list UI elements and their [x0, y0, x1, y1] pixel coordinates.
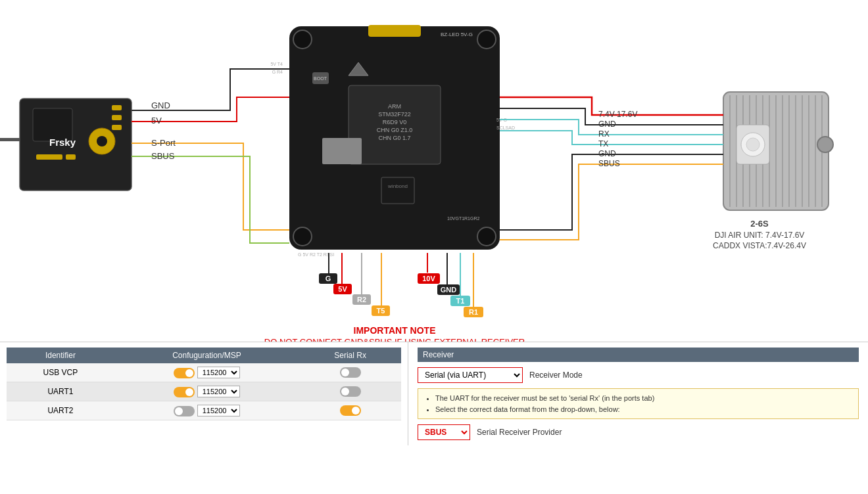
- row-identifier: UART1: [7, 382, 114, 401]
- receiver-mode-label: Receiver Mode: [529, 370, 583, 380]
- col-msp: Confuguration/MSP: [114, 348, 299, 363]
- svg-text:5V T4: 5V T4: [270, 62, 283, 66]
- svg-text:GND: GND: [598, 120, 616, 129]
- svg-text:CHN G0 Z1.0: CHN G0 Z1.0: [377, 127, 413, 133]
- msp-toggle[interactable]: [174, 406, 195, 416]
- receiver-section-label: Receiver: [423, 350, 454, 359]
- svg-text:5V: 5V: [151, 116, 162, 125]
- svg-text:CHN G0 1.7: CHN G0 1.7: [378, 135, 410, 141]
- svg-text:SBUS: SBUS: [151, 151, 175, 161]
- receiver-provider-label: Serial Receiver Provider: [477, 428, 562, 437]
- svg-rect-30: [112, 105, 122, 110]
- svg-rect-32: [112, 125, 122, 130]
- svg-text:DO NOT CONNECT GND&SBUS IF USI: DO NOT CONNECT GND&SBUS IF USING EXTERNA…: [264, 337, 525, 342]
- svg-rect-2: [368, 25, 421, 37]
- row-msp: 115200 57600 38400 19200 9600: [114, 363, 299, 382]
- msp-toggle[interactable]: [174, 387, 195, 397]
- msp-toggle[interactable]: [174, 368, 195, 378]
- svg-rect-33: [36, 154, 62, 160]
- svg-rect-13: [322, 138, 362, 164]
- receiver-mode-select[interactable]: Serial (via UART)PPMSPIMSP: [418, 367, 523, 383]
- ports-table: Identifier Confuguration/MSP Serial Rx U…: [7, 348, 401, 420]
- svg-rect-31: [112, 115, 122, 120]
- svg-text:5V: 5V: [338, 285, 347, 293]
- row-serial-rx: [299, 382, 401, 401]
- svg-text:T1: T1: [456, 297, 465, 305]
- svg-text:IMPORTANT NOTE: IMPORTANT NOTE: [354, 325, 436, 336]
- svg-text:R1: R1: [469, 308, 478, 316]
- svg-text:GND: GND: [151, 101, 170, 110]
- table-row: UART2 115200 57600 38400 19200 9600: [7, 401, 401, 420]
- svg-text:winbond: winbond: [387, 183, 408, 189]
- col-identifier: Identifier: [7, 348, 114, 363]
- svg-point-56: [817, 137, 833, 152]
- svg-rect-36: [0, 138, 20, 141]
- baud-select[interactable]: 115200 57600 38400 19200 9600: [197, 386, 240, 397]
- serial-rx-toggle[interactable]: [340, 367, 361, 378]
- receiver-note-box: The UART for the receiver must be set to…: [418, 388, 859, 419]
- receiver-provider-select[interactable]: SBUSCRSFIBUSFPORTSRXL2: [418, 424, 470, 440]
- baud-select[interactable]: 115200 57600 38400 19200 9600: [197, 405, 240, 416]
- svg-text:G: G: [326, 275, 331, 282]
- svg-text:S-Port: S-Port: [151, 138, 176, 148]
- row-msp: 115200 57600 38400 19200 9600: [114, 401, 299, 420]
- receiver-header: Receiver: [418, 348, 859, 362]
- table-row: UART1 115200 57600 38400 19200 9600: [7, 382, 401, 401]
- serial-rx-toggle[interactable]: [340, 386, 361, 397]
- svg-text:SCLSAD: SCLSAD: [496, 125, 515, 130]
- svg-text:RX: RX: [598, 129, 610, 139]
- row-msp: 115200 57600 38400 19200 9600: [114, 382, 299, 401]
- svg-text:T5: T5: [377, 307, 385, 315]
- svg-text:10V: 10V: [422, 275, 435, 282]
- svg-text:R6D9 V0: R6D9 V0: [383, 119, 407, 125]
- row-identifier: UART2: [7, 401, 114, 420]
- svg-point-6: [477, 227, 496, 246]
- svg-text:R2: R2: [357, 296, 366, 303]
- row-identifier: USB VCP: [7, 363, 114, 382]
- table-row: USB VCP 115200 57600 38400 19200 9600: [7, 363, 401, 382]
- receiver-section: Receiver Serial (via UART)PPMSPIMSP Rece…: [408, 342, 868, 445]
- svg-point-3: [293, 30, 312, 49]
- col-serial-rx: Serial Rx: [299, 348, 401, 363]
- svg-text:SBUS: SBUS: [598, 159, 620, 168]
- svg-text:ARM: ARM: [388, 103, 401, 110]
- baud-select[interactable]: 115200 57600 38400 19200 9600: [197, 367, 240, 378]
- svg-text:DJI AIR UNIT: 7.4V-17.6V: DJI AIR UNIT: 7.4V-17.6V: [715, 231, 805, 240]
- svg-point-4: [477, 30, 496, 49]
- ports-table-section: Identifier Confuguration/MSP Serial Rx U…: [0, 342, 408, 445]
- serial-rx-toggle[interactable]: [340, 405, 361, 416]
- svg-text:G R4: G R4: [272, 70, 283, 74]
- svg-rect-14: [381, 177, 414, 204]
- svg-text:BOOT: BOOT: [314, 76, 327, 81]
- svg-point-55: [746, 138, 760, 151]
- svg-text:2-6S: 2-6S: [750, 219, 769, 229]
- svg-text:GND: GND: [598, 149, 616, 158]
- row-serial-rx: [299, 363, 401, 382]
- svg-text:10VGT1R1GR2: 10VGT1R1GR2: [447, 216, 480, 221]
- receiver-note-item: The UART for the receiver must be set to…: [435, 393, 852, 404]
- svg-text:BZ-LED 5V-G: BZ-LED 5V-G: [441, 32, 473, 37]
- svg-rect-34: [66, 154, 76, 160]
- svg-text:TX: TX: [598, 139, 608, 148]
- row-serial-rx: [299, 401, 401, 420]
- svg-text:7.4V-17.6V: 7.4V-17.6V: [598, 110, 637, 119]
- svg-text:GND: GND: [441, 286, 457, 294]
- svg-point-5: [293, 227, 312, 246]
- svg-text:CADDX VISTA:7.4V-26.4V: CADDX VISTA:7.4V-26.4V: [713, 241, 806, 250]
- svg-text:Frsky: Frsky: [49, 137, 76, 148]
- receiver-note-item: Select the correct data format from the …: [435, 404, 852, 415]
- svg-point-29: [97, 136, 107, 146]
- svg-text:STM32F722: STM32F722: [378, 111, 411, 118]
